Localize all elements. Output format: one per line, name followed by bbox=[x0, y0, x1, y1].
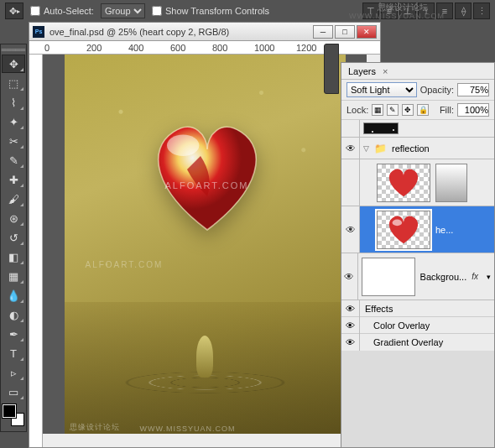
eye-icon: 👁 bbox=[344, 271, 354, 283]
layer-thumbnail[interactable] bbox=[377, 211, 430, 249]
path-selection-tool[interactable]: ▹ bbox=[2, 363, 25, 382]
lasso-tool[interactable]: ⌇ bbox=[2, 93, 25, 112]
eyedropper-tool[interactable]: ✎ bbox=[2, 151, 25, 169]
type-tool[interactable]: T bbox=[2, 344, 25, 362]
document-titlebar[interactable]: Ps ove_final.psd @ 25% (heart copy 2, RG… bbox=[29, 23, 380, 41]
svg-point-0 bbox=[167, 134, 199, 156]
water-droplet bbox=[196, 336, 213, 378]
canvas-watermark-center: ALFOART.COM bbox=[165, 180, 249, 190]
document-title: ove_final.psd @ 25% (heart copy 2, RGB/8… bbox=[50, 27, 308, 37]
layer-group-reflection[interactable]: 👁 ▽ 📁 reflection bbox=[341, 138, 494, 159]
svg-point-1 bbox=[393, 219, 402, 226]
group-disclosure-icon[interactable]: ▽ bbox=[363, 144, 369, 153]
foreground-color-swatch[interactable] bbox=[3, 404, 16, 418]
effect-gradient-overlay-row[interactable]: 👁 Gradient Overlay bbox=[341, 334, 494, 351]
canvas-watermark-bottom1: 思缘设计论坛 bbox=[70, 422, 120, 433]
dodge-tool[interactable]: ◐ bbox=[2, 305, 25, 324]
lock-transparency-icon[interactable]: ▦ bbox=[372, 104, 383, 116]
blur-tool[interactable]: 💧 bbox=[2, 286, 25, 305]
distribute-icon[interactable]: ⋮ bbox=[473, 3, 490, 19]
ruler-mark: 1000 bbox=[254, 43, 274, 53]
toolbox-grip[interactable]: ═════ bbox=[1, 46, 26, 54]
ruler-mark: 800 bbox=[212, 43, 227, 53]
show-transform-checkbox[interactable]: Show Transform Controls bbox=[152, 6, 269, 16]
layers-tab[interactable]: Layers × bbox=[341, 63, 494, 80]
vertical-ruler[interactable] bbox=[29, 55, 43, 447]
brush-tool[interactable]: 🖌 bbox=[2, 190, 25, 208]
auto-select-checkbox[interactable]: Auto-Select: bbox=[30, 6, 94, 16]
minimize-button[interactable]: ─ bbox=[313, 25, 333, 39]
visibility-toggle[interactable] bbox=[341, 120, 360, 137]
show-transform-label: Show Transform Controls bbox=[165, 6, 269, 16]
effect-color-overlay-row[interactable]: 👁 Color Overlay bbox=[341, 317, 494, 334]
auto-select-label: Auto-Select: bbox=[44, 6, 94, 16]
layer-name[interactable]: Backgrou... bbox=[420, 272, 467, 282]
opacity-label: Opacity: bbox=[420, 85, 454, 95]
layer-item-background[interactable]: 👁 Backgrou... fx ▾ bbox=[341, 253, 494, 300]
visibility-toggle[interactable]: 👁 bbox=[341, 253, 358, 300]
fill-label: Fill: bbox=[440, 105, 454, 115]
layer-item-selected[interactable]: 👁 he... bbox=[341, 206, 494, 253]
ruler-mark: 0 bbox=[44, 43, 50, 53]
layers-panel: Layers × Soft Light Opacity: Lock: ▦ ✎ ✥… bbox=[341, 62, 495, 448]
layer-name[interactable]: reflection bbox=[392, 143, 430, 154]
ps-file-icon: Ps bbox=[33, 26, 44, 38]
eye-icon[interactable]: 👁 bbox=[346, 337, 355, 347]
align-right-icon[interactable]: ⟠ bbox=[455, 3, 472, 19]
eye-icon: 👁 bbox=[346, 143, 356, 154]
layer-thumbnail[interactable] bbox=[363, 122, 399, 134]
maximize-button[interactable]: □ bbox=[335, 25, 355, 39]
effects-header-row[interactable]: 👁 Effects bbox=[341, 300, 494, 317]
magic-wand-tool[interactable]: ✦ bbox=[2, 112, 25, 131]
canvas-watermark-bottom2: WWW.MISSYUAN.COM bbox=[140, 425, 236, 433]
lock-label: Lock: bbox=[346, 105, 368, 115]
toolbox: ═════ ✥ ⬚ ⌇ ✦ ✂ ✎ ✚ 🖌 ⊛ ↺ ◧ ▦ 💧 ◐ ✒ T ▹ … bbox=[0, 44, 27, 432]
canvas-image: ALFOART.COM ALFOART.COM 思缘设计论坛 WWW.MISSY… bbox=[65, 55, 346, 434]
layers-tab-close-icon[interactable]: × bbox=[383, 66, 388, 76]
shape-tool[interactable]: ▭ bbox=[2, 383, 25, 401]
heart-artwork bbox=[140, 113, 274, 239]
layer-thumbnail[interactable] bbox=[377, 164, 430, 202]
blend-mode-row: Soft Light Opacity: bbox=[341, 80, 494, 101]
lock-all-icon[interactable]: 🔒 bbox=[417, 104, 429, 116]
marquee-tool[interactable]: ⬚ bbox=[2, 74, 25, 92]
ruler-mark: 400 bbox=[128, 43, 143, 53]
blend-mode-dropdown[interactable]: Soft Light bbox=[346, 82, 417, 97]
layers-list[interactable]: 👁 ▽ 📁 reflection 👁 h bbox=[341, 120, 494, 447]
ruler-mark: 600 bbox=[170, 43, 185, 53]
canvas-area[interactable]: ALFOART.COM ALFOART.COM 思缘设计论坛 WWW.MISSY… bbox=[43, 55, 367, 434]
opacity-input[interactable] bbox=[457, 83, 489, 96]
layer-item[interactable] bbox=[341, 120, 494, 138]
ruler-mark: 200 bbox=[86, 43, 102, 53]
visibility-toggle[interactable] bbox=[341, 159, 360, 206]
clone-stamp-tool[interactable]: ⊛ bbox=[2, 209, 25, 227]
canvas-watermark-side: ALFOART.COM bbox=[86, 260, 164, 269]
auto-select-dropdown[interactable]: Group bbox=[101, 3, 145, 18]
move-tool-indicator[interactable]: ✥▸ bbox=[5, 3, 23, 19]
move-tool[interactable]: ✥ bbox=[2, 55, 25, 73]
layer-thumbnail[interactable] bbox=[362, 258, 415, 296]
visibility-toggle[interactable]: 👁 bbox=[341, 206, 360, 253]
lock-position-icon[interactable]: ✥ bbox=[402, 104, 414, 116]
history-brush-tool[interactable]: ↺ bbox=[2, 228, 25, 247]
layer-item[interactable] bbox=[341, 159, 494, 206]
pen-tool[interactable]: ✒ bbox=[2, 325, 25, 343]
layer-mask-thumbnail[interactable] bbox=[435, 164, 467, 202]
fx-badge[interactable]: fx bbox=[472, 272, 478, 281]
fx-disclosure-icon[interactable]: ▾ bbox=[487, 273, 491, 281]
color-swatches[interactable] bbox=[3, 404, 24, 426]
visibility-toggle[interactable]: 👁 bbox=[341, 138, 360, 159]
fill-input[interactable] bbox=[457, 103, 489, 117]
folder-icon: 📁 bbox=[374, 143, 387, 154]
gradient-tool[interactable]: ▦ bbox=[2, 267, 25, 285]
panel-collapse-tab[interactable] bbox=[324, 44, 339, 94]
eye-icon[interactable]: 👁 bbox=[346, 304, 355, 314]
healing-brush-tool[interactable]: ✚ bbox=[2, 170, 25, 189]
close-button[interactable]: ✕ bbox=[357, 25, 377, 39]
eye-icon[interactable]: 👁 bbox=[346, 320, 355, 331]
lock-pixels-icon[interactable]: ✎ bbox=[387, 104, 399, 116]
layer-name[interactable]: he... bbox=[435, 225, 453, 235]
eraser-tool[interactable]: ◧ bbox=[2, 247, 25, 266]
ruler-mark: 1200 bbox=[296, 43, 316, 53]
crop-tool[interactable]: ✂ bbox=[2, 132, 25, 150]
